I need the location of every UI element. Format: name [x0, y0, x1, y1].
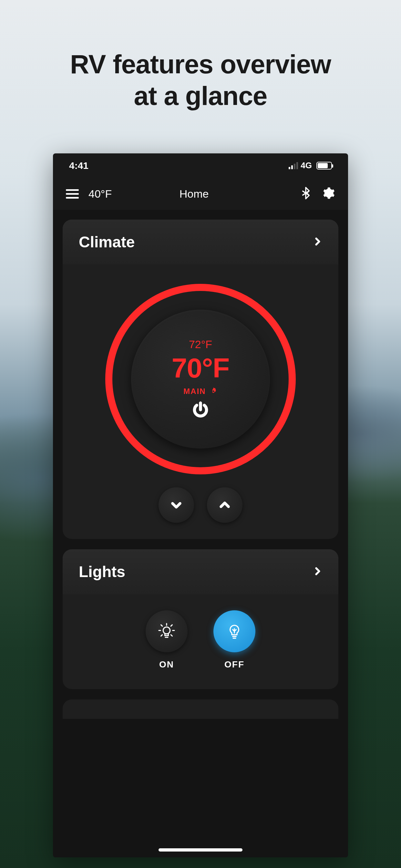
- home-indicator[interactable]: [158, 848, 243, 851]
- headline-line1: RV features overview: [0, 49, 401, 80]
- thermostat-dial[interactable]: 72°F 70°F MAIN: [105, 284, 296, 474]
- chevron-right-icon: [313, 237, 322, 247]
- network-label: 4G: [301, 160, 312, 170]
- lights-off-label: OFF: [224, 659, 244, 670]
- gear-icon[interactable]: [321, 186, 335, 201]
- temp-up-button[interactable]: [207, 487, 243, 523]
- svg-point-0: [163, 627, 170, 634]
- climate-card: Climate 72°F 70°F MAIN: [63, 220, 338, 539]
- flame-icon: [209, 386, 218, 396]
- menu-icon[interactable]: [66, 187, 79, 201]
- target-temp: 72°F: [189, 338, 212, 351]
- signal-icon: [289, 162, 298, 169]
- app-header: 40°F Home: [53, 178, 348, 210]
- page-title: Home: [89, 188, 299, 200]
- climate-header[interactable]: Climate: [63, 220, 338, 265]
- bulb-on-icon: [156, 621, 177, 642]
- battery-icon: [316, 162, 332, 169]
- dial-inner: 72°F 70°F MAIN: [131, 310, 270, 448]
- lights-off-button[interactable]: [213, 610, 255, 652]
- status-time: 4:41: [69, 160, 89, 171]
- phone-frame: 4:41 4G 40°F Home Climate: [53, 153, 348, 857]
- status-bar: 4:41 4G: [53, 153, 348, 178]
- marketing-headline: RV features overview at a glance: [0, 49, 401, 112]
- current-temp: 70°F: [172, 352, 229, 384]
- lights-header[interactable]: Lights: [63, 549, 338, 594]
- lights-on-button[interactable]: [146, 610, 188, 652]
- headline-line2: at a glance: [0, 80, 401, 112]
- status-right: 4G: [289, 160, 332, 170]
- bulb-off-icon: [224, 621, 245, 642]
- temp-down-button[interactable]: [158, 487, 194, 523]
- lights-title: Lights: [79, 563, 125, 581]
- lights-body: ON OFF: [63, 594, 338, 689]
- chevron-right-icon: [313, 567, 322, 577]
- lights-card: Lights ON: [63, 549, 338, 689]
- zone-label: MAIN: [183, 387, 206, 396]
- temp-controls: [63, 487, 338, 523]
- climate-body: 72°F 70°F MAIN: [63, 265, 338, 539]
- power-button[interactable]: [191, 401, 210, 420]
- bluetooth-icon[interactable]: [299, 186, 312, 201]
- lights-on-label: ON: [159, 659, 174, 670]
- next-card-peek[interactable]: [63, 700, 338, 719]
- climate-title: Climate: [79, 233, 135, 251]
- content-area: Climate 72°F 70°F MAIN: [53, 210, 348, 857]
